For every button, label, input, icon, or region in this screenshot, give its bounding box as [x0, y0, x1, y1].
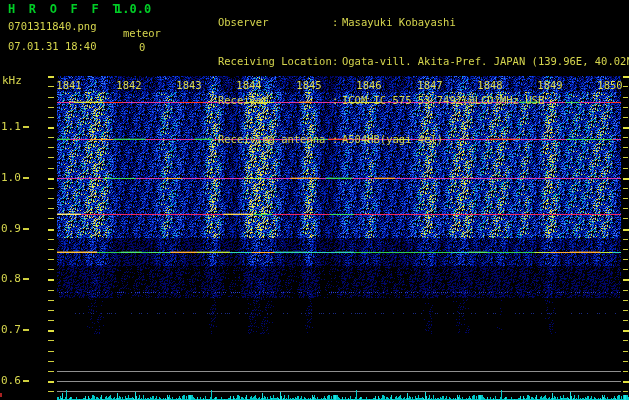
y-tick-label: 0.7 — [1, 324, 29, 335]
y-tick-label: 0.9 — [1, 223, 29, 234]
info-separator: : — [332, 16, 342, 29]
y-tick-label: 1.0 — [1, 172, 29, 183]
timestamp-text: 07.01.31 18:40 — [8, 40, 97, 52]
y-tick-label: 0.8 — [1, 273, 29, 284]
hrofft-screen: H R O F F T 1.0.0 0701311840.png meteor … — [0, 0, 629, 400]
info-separator: : — [332, 94, 342, 107]
info-value: Masayuki Kobayashi — [342, 16, 456, 28]
info-value: A504HB(yagi 4el) — [342, 133, 443, 145]
info-value: Ogata-vill. Akita-Pref. JAPAN (139.96E, … — [342, 55, 629, 67]
time-label: 1847 — [410, 79, 450, 91]
info-row-observer: Observer:Masayuki Kobayashi — [180, 3, 629, 42]
meteor-counter-label: meteor — [123, 27, 161, 39]
info-separator: : — [332, 133, 342, 146]
meteor-counter-value: 0 — [139, 41, 145, 53]
time-label: 1849 — [530, 79, 570, 91]
y-tick-label: 0.6 — [1, 375, 29, 386]
info-label: Observer — [218, 16, 332, 29]
time-label: 1842 — [109, 79, 149, 91]
app-version: 1.0.0 — [115, 2, 151, 16]
info-label: Receiving Location — [218, 55, 332, 68]
info-label: Receiving antenna — [218, 133, 332, 146]
time-label: 1845 — [289, 79, 329, 91]
time-label: 1844 — [229, 79, 269, 91]
time-label: 1843 — [169, 79, 209, 91]
app-title: H R O F F T — [8, 2, 123, 16]
info-label: Receiver — [218, 94, 332, 107]
filename-text: 0701311840.png — [8, 20, 97, 32]
time-label: 1848 — [470, 79, 510, 91]
info-separator: : — [332, 55, 342, 68]
y-tick-label: 1.1 — [1, 121, 29, 132]
time-label: 1846 — [349, 79, 389, 91]
info-row-location: Receiving Location:Ogata-vill. Akita-Pre… — [180, 42, 629, 81]
time-label: 1841 — [49, 79, 89, 91]
info-value: ICOM IC-575 53.7492(@LCD)MHz USB — [342, 94, 544, 106]
y-axis-unit-label: kHz — [2, 74, 22, 87]
info-row-antenna: Receiving antenna:A504HB(yagi 4el) — [180, 120, 629, 159]
time-label: 1850 — [590, 79, 629, 91]
